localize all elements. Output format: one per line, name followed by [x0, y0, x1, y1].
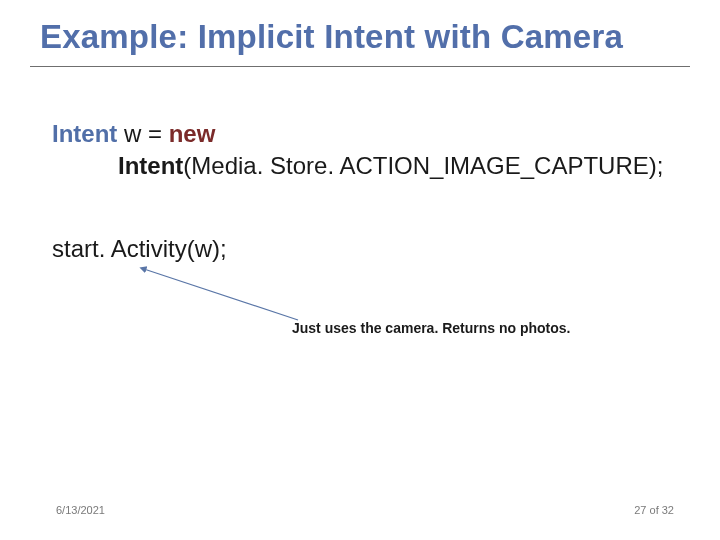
slide-title: Example: Implicit Intent with Camera [40, 18, 623, 56]
code-keyword-new: new [169, 120, 216, 147]
code-call: start. Activity(w); [52, 235, 227, 263]
code-var: w = [117, 120, 168, 147]
code-block: Intent w = new Intent(Media. Store. ACTI… [52, 118, 663, 183]
annotation-arrow [138, 265, 308, 325]
code-constructor: Intent [118, 152, 183, 179]
footer-date: 6/13/2021 [56, 504, 105, 516]
code-args: (Media. Store. ACTION_IMAGE_CAPTURE); [183, 152, 663, 179]
code-keyword-type: Intent [52, 120, 117, 147]
slide: Example: Implicit Intent with Camera Int… [0, 0, 720, 540]
annotation-text: Just uses the camera. Returns no photos. [292, 320, 571, 336]
title-underline [30, 66, 690, 67]
footer-page-number: 27 of 32 [634, 504, 674, 516]
svg-line-1 [144, 269, 298, 320]
